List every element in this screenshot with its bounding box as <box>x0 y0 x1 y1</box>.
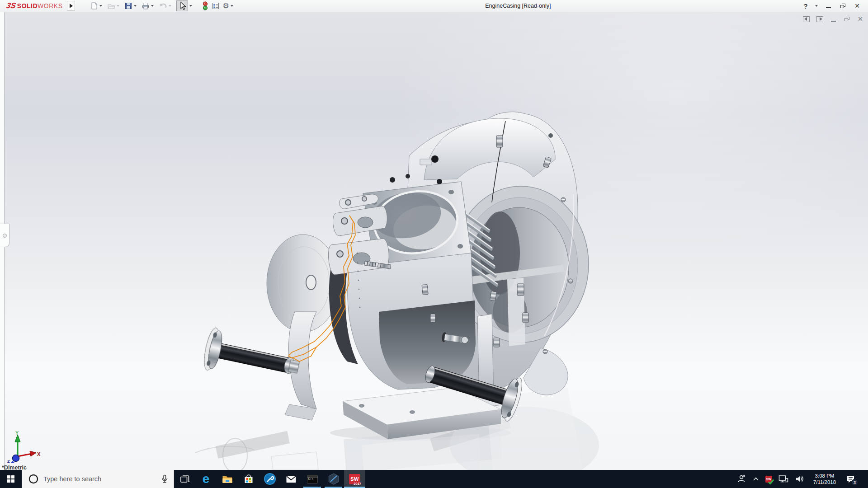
left-mount-rod[interactable] <box>201 327 302 389</box>
taskbar-store-button[interactable] <box>238 470 259 488</box>
taskbar-solidworks-button[interactable]: SW 2017 <box>344 470 365 488</box>
tray-time: 3:08 PM <box>811 473 839 479</box>
taskbar-clock[interactable]: 3:08 PM 7/11/2018 <box>811 473 839 485</box>
solidworks-logo: 3S SOLID WORKS <box>0 1 67 10</box>
mail-icon <box>285 474 297 484</box>
people-icon <box>736 474 746 484</box>
system-tray: SW <box>736 470 868 488</box>
engine-casing-model[interactable] <box>0 12 868 470</box>
notification-badge: 3 <box>851 479 858 486</box>
taskbar-hexagon-app-button[interactable] <box>323 470 344 488</box>
store-icon <box>243 473 255 485</box>
open-icon <box>107 2 115 10</box>
window-controls: ? ✕ <box>799 1 868 11</box>
undo-icon <box>159 2 167 10</box>
triad-x-label: X <box>37 451 41 457</box>
taskbar-support-tool-button[interactable] <box>259 470 280 488</box>
dropdown-arrow-icon[interactable] <box>189 5 192 7</box>
command-prompt-icon: C:\_ <box>307 475 318 483</box>
task-view-icon <box>180 474 190 483</box>
help-button[interactable]: ? <box>799 1 812 11</box>
select-tool-pressed-frame <box>176 0 188 11</box>
select-tool-button[interactable] <box>176 0 195 12</box>
minimize-button[interactable] <box>822 1 835 11</box>
flyout-arrow-icon <box>70 4 73 8</box>
solidworks-window: 3S SOLID WORKS <box>0 0 868 488</box>
rebuild-traffic-light-button[interactable] <box>201 0 209 12</box>
taskbar-edge-button[interactable]: e <box>195 470 217 488</box>
help-dropdown-arrow-icon[interactable] <box>815 5 818 7</box>
task-view-button[interactable] <box>174 470 195 488</box>
minimize-icon <box>826 7 831 8</box>
document-title: EngineCasing [Read-only] <box>237 3 799 9</box>
windows-logo-icon <box>7 475 14 483</box>
dropdown-arrow-icon[interactable] <box>99 5 102 7</box>
triad-z-label: Z <box>7 459 10 463</box>
print-icon <box>142 2 150 10</box>
hexagon-app-icon <box>327 473 340 485</box>
triad-y-label: Y <box>15 430 19 436</box>
green-check-icon <box>768 479 774 484</box>
solidworks-logo-mark-icon: 3S <box>5 1 17 10</box>
wrench-circle-icon <box>264 473 276 485</box>
brand-works: WORKS <box>38 2 62 9</box>
dropdown-arrow-icon[interactable] <box>231 5 233 7</box>
start-button[interactable] <box>0 470 22 488</box>
tray-date: 7/11/2018 <box>811 479 839 485</box>
taskbar-mail-button[interactable] <box>280 470 302 488</box>
solidworks-tray-icon: SW <box>765 476 772 483</box>
file-explorer-icon <box>222 474 233 484</box>
print-button[interactable] <box>141 0 156 12</box>
solidworks-monitor-tray-button[interactable]: SW <box>765 476 772 483</box>
dropdown-arrow-icon <box>169 5 171 7</box>
dropdown-arrow-icon <box>117 5 119 7</box>
new-document-button[interactable] <box>90 0 105 12</box>
taskbar-file-explorer-button[interactable] <box>217 470 238 488</box>
save-icon <box>124 2 132 10</box>
cortana-icon <box>28 474 39 484</box>
action-center-button[interactable]: 3 <box>844 473 857 485</box>
new-document-icon <box>90 2 98 10</box>
dropdown-arrow-icon[interactable] <box>151 5 154 7</box>
menu-flyout-button[interactable] <box>67 1 75 11</box>
select-cursor-icon <box>178 1 187 11</box>
options-table-icon <box>212 2 220 10</box>
edge-icon: e <box>203 473 210 485</box>
traffic-light-icon <box>202 1 209 10</box>
open-button[interactable] <box>107 0 122 12</box>
title-bar: 3S SOLID WORKS <box>0 0 868 12</box>
task-pane-options-button[interactable] <box>211 0 220 12</box>
hidden-icons-button[interactable] <box>752 476 760 482</box>
graphics-area[interactable]: ✕ <box>0 12 868 470</box>
restore-icon <box>840 4 845 8</box>
network-button[interactable] <box>778 474 789 483</box>
search-input[interactable] <box>43 475 160 483</box>
gear-icon: ⚙ <box>222 2 229 9</box>
taskbar-command-prompt-button[interactable]: C:\_ <box>302 470 323 488</box>
volume-button[interactable] <box>795 474 805 483</box>
brand-solid: SOLID <box>17 2 38 9</box>
people-button[interactable] <box>736 474 746 484</box>
undo-button[interactable] <box>158 0 174 12</box>
microphone-icon[interactable] <box>160 474 169 484</box>
speaker-icon <box>795 474 805 483</box>
network-icon <box>778 474 789 483</box>
chevron-up-icon <box>752 476 760 482</box>
dropdown-arrow-icon[interactable] <box>134 5 137 7</box>
solidworks-app-icon: SW 2017 <box>349 474 360 484</box>
windows-taskbar: e <box>0 470 868 488</box>
close-button[interactable]: ✕ <box>851 1 863 11</box>
settings-button[interactable]: ⚙ <box>222 0 236 12</box>
restore-button[interactable] <box>836 1 849 11</box>
taskbar-search[interactable] <box>22 470 174 488</box>
save-button[interactable] <box>124 0 139 12</box>
quick-access-toolbar: ⚙ <box>89 0 236 12</box>
cylinder-block[interactable] <box>348 174 476 389</box>
orientation-triad: Y X Z <box>4 430 42 463</box>
